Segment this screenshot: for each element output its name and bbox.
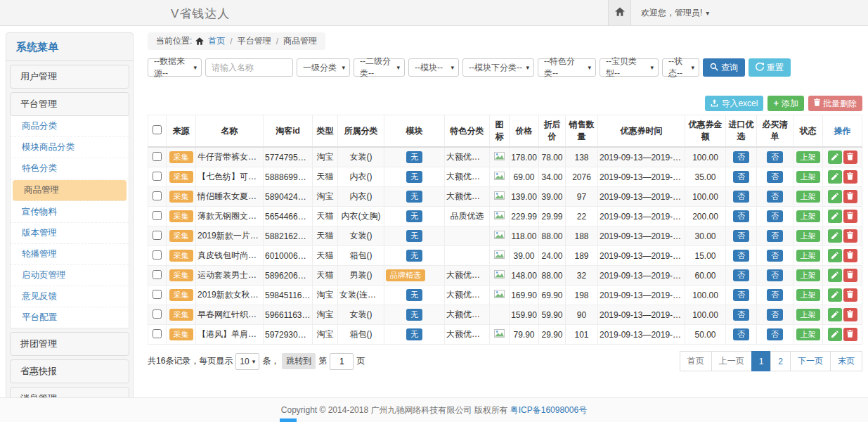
sidebar-section-group-buy-management[interactable]: 拼团管理: [10, 332, 129, 356]
status-badge[interactable]: 上架: [796, 151, 820, 163]
status-badge[interactable]: 上架: [796, 230, 820, 242]
module-badge[interactable]: 无: [406, 309, 422, 321]
must-buy-toggle-badge[interactable]: 否: [767, 171, 783, 183]
sidebar-section-platform-management[interactable]: 平台管理: [10, 92, 129, 116]
delete-button[interactable]: [843, 170, 857, 184]
page-button-上一页[interactable]: 上一页: [711, 351, 752, 371]
row-checkbox[interactable]: [153, 152, 162, 161]
row-checkbox[interactable]: [153, 211, 162, 220]
sidebar-item-product-category[interactable]: 商品分类: [11, 116, 129, 137]
sidebar-section-user-management[interactable]: 用户管理: [10, 65, 129, 89]
delete-button[interactable]: [843, 288, 857, 302]
edit-button[interactable]: [828, 249, 842, 262]
status-badge[interactable]: 上架: [796, 210, 820, 222]
select-all-checkbox[interactable]: [153, 125, 162, 134]
filter-select-module-subcategory[interactable]: --模块下分类--▾: [462, 58, 534, 77]
sidebar-item-feedback[interactable]: 意见反馈: [11, 286, 129, 307]
edit-button[interactable]: [828, 190, 842, 203]
batch-delete-button[interactable]: 批量删除: [808, 96, 862, 111]
row-checkbox[interactable]: [153, 191, 162, 200]
status-badge[interactable]: 上架: [796, 191, 820, 203]
sidebar-item-platform-config[interactable]: 平台配置: [11, 307, 129, 328]
edit-button[interactable]: [828, 210, 842, 223]
edit-button[interactable]: [828, 151, 842, 164]
delete-button[interactable]: [843, 229, 857, 243]
must-buy-toggle-badge[interactable]: 否: [767, 328, 783, 340]
sidebar-item-promo-materials[interactable]: 宣传物料: [11, 202, 129, 223]
must-buy-toggle-badge[interactable]: 否: [767, 210, 783, 222]
delete-button[interactable]: [843, 249, 857, 262]
sidebar-item-carousel-management[interactable]: 轮播管理: [11, 244, 129, 265]
jump-to-button[interactable]: 跳转到: [282, 353, 316, 369]
icp-link[interactable]: 粤ICP备16098006号: [510, 404, 587, 416]
edit-button[interactable]: [828, 308, 842, 321]
edit-button[interactable]: [828, 288, 842, 302]
must-buy-toggle-badge[interactable]: 否: [767, 309, 783, 321]
filter-select-feature-category[interactable]: --特色分类--▾: [538, 58, 596, 77]
must-buy-toggle-badge[interactable]: 否: [767, 269, 783, 281]
page-button-2[interactable]: 2: [770, 351, 791, 371]
row-checkbox[interactable]: [153, 290, 162, 299]
filter-select-item-type[interactable]: --宝贝类型--▾: [600, 58, 659, 77]
imported-toggle-badge[interactable]: 否: [733, 309, 749, 321]
status-badge[interactable]: 上架: [796, 250, 820, 262]
imported-toggle-badge[interactable]: 否: [733, 250, 749, 262]
status-badge[interactable]: 上架: [796, 289, 820, 301]
imported-toggle-badge[interactable]: 否: [733, 289, 749, 301]
sidebar-section-saving-express[interactable]: 省惠快报: [10, 359, 129, 383]
module-badge[interactable]: 无: [406, 230, 422, 242]
filter-select-level2-category[interactable]: --二级分类--▾: [354, 58, 405, 77]
edit-button[interactable]: [828, 170, 842, 184]
name-search-input[interactable]: [205, 58, 293, 77]
row-checkbox[interactable]: [153, 231, 162, 240]
filter-select-status[interactable]: --状态--▾: [662, 58, 699, 77]
module-badge[interactable]: 无: [406, 328, 422, 340]
edit-button[interactable]: [828, 269, 842, 282]
search-button[interactable]: 查询: [703, 58, 745, 77]
imported-toggle-badge[interactable]: 否: [733, 269, 749, 281]
breadcrumb-home-link[interactable]: 首页: [208, 35, 225, 47]
imported-toggle-badge[interactable]: 否: [733, 191, 749, 203]
imported-toggle-badge[interactable]: 否: [733, 230, 749, 242]
module-badge[interactable]: 无: [406, 289, 422, 301]
edit-button[interactable]: [828, 229, 842, 243]
delete-button[interactable]: [843, 308, 857, 321]
must-buy-toggle-badge[interactable]: 否: [767, 230, 783, 242]
import-excel-button[interactable]: 导入excel: [705, 96, 763, 111]
user-menu[interactable]: 欢迎您，管理员! ▾: [631, 0, 719, 25]
must-buy-toggle-badge[interactable]: 否: [767, 289, 783, 301]
page-button-下一页[interactable]: 下一页: [790, 351, 831, 371]
filter-select-level1-category[interactable]: 一级分类▾: [297, 58, 350, 77]
page-number-input[interactable]: [330, 353, 354, 370]
must-buy-toggle-badge[interactable]: 否: [767, 250, 783, 262]
sidebar-item-splash-page-management[interactable]: 启动页管理: [11, 265, 129, 286]
delete-button[interactable]: [843, 151, 857, 164]
status-badge[interactable]: 上架: [796, 328, 820, 340]
module-badge[interactable]: 无: [406, 250, 422, 262]
row-checkbox[interactable]: [153, 309, 162, 319]
status-badge[interactable]: 上架: [796, 309, 820, 321]
status-badge[interactable]: 上架: [796, 269, 820, 281]
page-button-首页[interactable]: 首页: [680, 351, 712, 371]
must-buy-toggle-badge[interactable]: 否: [767, 191, 783, 203]
sidebar-item-product-management[interactable]: 商品管理: [13, 180, 127, 201]
row-checkbox[interactable]: [153, 270, 162, 279]
imported-toggle-badge[interactable]: 否: [733, 171, 749, 183]
module-badge[interactable]: 无: [406, 171, 422, 183]
sidebar-item-version-management[interactable]: 版本管理: [11, 223, 129, 244]
filter-select-module[interactable]: --模块--▾: [408, 58, 459, 77]
page-button-末页[interactable]: 末页: [830, 351, 862, 371]
reset-button[interactable]: 重置: [749, 58, 791, 77]
module-badge[interactable]: 无: [406, 151, 422, 163]
module-badge[interactable]: 无: [406, 210, 422, 222]
row-checkbox[interactable]: [153, 172, 162, 181]
page-button-1[interactable]: 1: [751, 351, 772, 371]
row-checkbox[interactable]: [153, 329, 162, 338]
per-page-select[interactable]: 10 ▾: [235, 353, 259, 370]
delete-button[interactable]: [843, 269, 857, 282]
sidebar-item-module-product-category[interactable]: 模块商品分类: [11, 137, 129, 158]
imported-toggle-badge[interactable]: 否: [733, 210, 749, 222]
status-badge[interactable]: 上架: [796, 171, 820, 183]
delete-button[interactable]: [843, 190, 857, 203]
filter-select-data-source[interactable]: --数据来源--▾: [148, 58, 202, 77]
